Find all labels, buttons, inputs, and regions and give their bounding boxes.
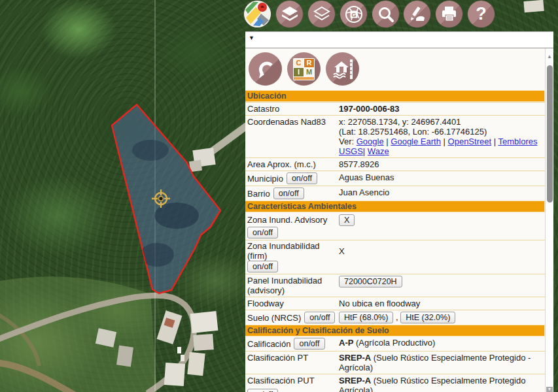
municipio-toggle-button[interactable]: on/off [287, 172, 317, 184]
municipio-value: Aguas Buenas [339, 172, 545, 182]
floodway-label: Floodway [247, 299, 339, 308]
scrollbar-up-arrow[interactable]: ▲ [547, 54, 552, 59]
row-panel-inund: Panel Inundabilidad (advisory) 72000C072… [245, 274, 545, 297]
floodway-value: No ubica en floodway [339, 299, 545, 308]
print-button[interactable] [436, 1, 462, 27]
panel-inund-label-line2: (advisory) [247, 286, 339, 295]
building-roof [116, 346, 133, 367]
link-google-earth[interactable]: Google Earth [391, 137, 441, 146]
zona-advisory-toggle-button[interactable]: on/off [247, 227, 278, 238]
barrio-label: Barrio [247, 189, 270, 199]
zona-advisory-x-button[interactable]: X [339, 214, 355, 226]
flood-house-icon [332, 58, 354, 80]
pencil-draw-icon [408, 5, 426, 23]
barrio-label-cell: Barrio on/off [247, 188, 339, 199]
panel-topbar: ▼ [245, 31, 553, 48]
row-barrio: Barrio on/off Juan Asencio [245, 186, 545, 201]
crim-letter-c: C [294, 59, 304, 67]
row-coordenadas: Coordenadas Nad83 x: 227058.1734, y: 246… [245, 115, 545, 157]
clasificacion-pt-label: Clasificación PT [247, 353, 339, 363]
building-roof [193, 334, 214, 351]
google-maps-button[interactable] [244, 1, 271, 27]
calificacion-label: Calificación [247, 339, 290, 349]
suelo-label: Suelo (NRCS) [247, 313, 301, 323]
flood-info-button[interactable] [326, 52, 359, 86]
municipio-label-cell: Municipio on/off [247, 172, 339, 184]
link-separator: | [386, 137, 388, 146]
row-floodway: Floodway No ubica en floodway [245, 297, 545, 310]
printer-icon [440, 5, 458, 23]
suelo-label-cell: Suelo (NRCS) on/off [247, 312, 339, 323]
building-roof [523, 0, 544, 12]
row-catastro: Catastro 197-000-006-83 [245, 102, 545, 115]
panel-icon-row: C R I M [249, 52, 359, 86]
collapse-arrow[interactable]: ▼ [249, 35, 254, 41]
clasificacion-put-label: Clasificación PUT [247, 376, 315, 385]
calificacion-label-cell: Calificación on/off [247, 338, 339, 350]
question-mark-icon: ? [476, 5, 487, 23]
row-area: Area Aprox. (m.c.) 8577.8926 [245, 157, 545, 171]
clasificacion-put-code: SREP-A [339, 376, 371, 385]
globe-icon: G [345, 5, 363, 24]
calificacion-desc: (Agrícola Productivo) [353, 338, 435, 348]
help-button[interactable]: ? [468, 1, 495, 27]
scrollbar-thumb[interactable] [547, 65, 553, 203]
draw-button[interactable] [404, 1, 430, 27]
coordenadas-links: Ver: Google | Google Earth | OpenStreet … [339, 137, 545, 156]
building-roof [164, 363, 185, 386]
link-separator: | [494, 137, 496, 146]
pan-tool-button[interactable] [249, 52, 282, 86]
ver-prefix: Ver: [339, 137, 354, 146]
clasificacion-pt-value: SREP-A (Suelo Rústico Especialmente Prot… [339, 353, 545, 372]
crim-letter-m: M [304, 68, 314, 76]
link-waze[interactable]: Waze [368, 146, 389, 156]
link-separator: | [444, 137, 445, 146]
layers-outline-button[interactable] [308, 1, 335, 27]
crim-logo: C R I M [293, 58, 315, 80]
link-openstreet[interactable]: OpenStreet [448, 137, 492, 146]
calificacion-toggle-button[interactable]: on/off [294, 338, 324, 350]
layers-button[interactable] [276, 1, 303, 27]
panel-inund-label-line1: Panel Inundabilidad [247, 276, 339, 286]
catastro-label: Catastro [247, 104, 339, 114]
area-label: Area Aprox. (m.c.) [247, 159, 339, 169]
panel-inund-button[interactable]: 72000C0720H [339, 276, 402, 287]
suelo-toggle-button[interactable]: on/off [304, 312, 335, 323]
zona-advisory-label: Zona Inund. Advisory [247, 215, 339, 225]
row-zona-advisory: Zona Inund. Advisory X on/off [245, 212, 545, 240]
municipio-label: Municipio [247, 174, 283, 184]
section-ubicacion: Ubicación [245, 90, 545, 102]
suelo-htf-button[interactable]: HtF (68.0%) [339, 312, 393, 323]
row-zona-firm: Zona Inundabilidad (firm) X on/off [245, 240, 545, 274]
building-roof [190, 311, 218, 333]
panel-inund-value: 72000C0720H [339, 276, 545, 287]
car [177, 347, 181, 353]
suelo-value: HtF (68.0%) , HtE (32.0%) [339, 312, 545, 323]
info-panel: C R I M Ubicación Catastro [245, 48, 553, 392]
panel-inund-label: Panel Inundabilidad (advisory) [247, 276, 339, 295]
clasificacion-put-toggle-button[interactable]: on/off [247, 389, 278, 392]
crim-letter-r: R [304, 59, 314, 67]
catastro-value: 197-000-006-83 [339, 104, 545, 114]
layers-outline-icon [313, 6, 330, 23]
clasificacion-pt-code: SREP-A [339, 353, 371, 363]
barrio-toggle-button[interactable]: on/off [273, 188, 304, 199]
calificacion-code: A-P [339, 338, 353, 348]
scrollbar-down-arrow[interactable]: ▼ [546, 387, 553, 392]
link-google[interactable]: Google [357, 137, 384, 146]
zona-firm-toggle-button[interactable]: on/off [247, 261, 278, 272]
search-button[interactable] [372, 1, 399, 27]
svg-text:G: G [351, 11, 356, 18]
building-roof [157, 310, 183, 344]
crim-button[interactable]: C R I M [287, 52, 321, 86]
building-roof [187, 352, 205, 376]
crim-letter-i: I [294, 68, 304, 76]
coordenadas-label: Coordenadas Nad83 [247, 117, 339, 127]
coordenadas-latlon: (Lat: 18.25751468, Lon: -66.17746125) [339, 127, 545, 137]
section-calificacion: Calificación y Clasificación de Suelo [245, 325, 545, 336]
section-ambientales: Características Ambientales [245, 201, 545, 212]
link-separator: | [363, 146, 365, 156]
suelo-hte-button[interactable]: HtE (32.0%) [400, 312, 455, 323]
globe-gis-button[interactable]: G [340, 1, 367, 27]
panel-scrollbar[interactable]: ▲ ▼ [545, 48, 553, 392]
